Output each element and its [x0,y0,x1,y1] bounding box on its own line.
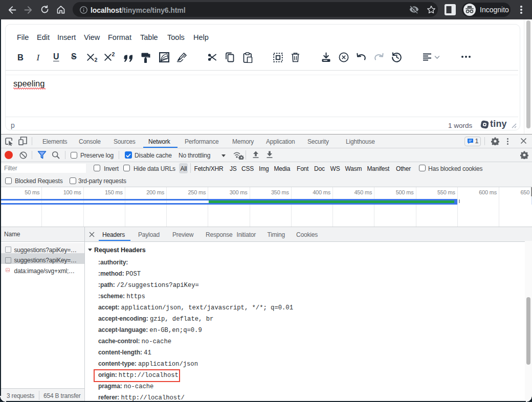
svg-text:2: 2 [112,52,115,57]
svg-text:2: 2 [95,57,98,62]
